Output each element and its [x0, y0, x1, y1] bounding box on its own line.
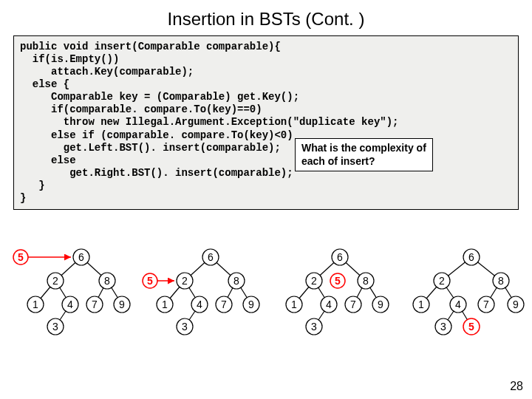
slide-title: Insertion in BSTs (Cont. )	[0, 0, 532, 30]
svg-text:7: 7	[483, 299, 489, 310]
svg-text:8: 8	[104, 275, 110, 287]
svg-text:8: 8	[363, 275, 369, 287]
svg-text:9: 9	[378, 299, 383, 310]
svg-text:3: 3	[440, 321, 446, 332]
svg-text:5: 5	[147, 275, 153, 287]
svg-text:1: 1	[291, 299, 297, 310]
svg-text:7: 7	[221, 299, 227, 310]
tree-diagrams: 6 2 8 1 4 7 9 3 5 6 2 8	[0, 236, 532, 377]
svg-text:1: 1	[33, 299, 38, 310]
svg-text:3: 3	[52, 321, 58, 332]
callout-line2: each of insert?	[301, 155, 375, 167]
svg-text:1: 1	[162, 299, 168, 310]
svg-text:8: 8	[233, 275, 239, 287]
svg-text:7: 7	[350, 299, 356, 310]
svg-text:4: 4	[455, 299, 461, 310]
tree-2: 6 2 8 1 4 7 9 3 5	[143, 249, 259, 335]
svg-text:3: 3	[182, 321, 188, 332]
svg-text:6: 6	[337, 251, 343, 263]
svg-text:4: 4	[197, 299, 202, 310]
svg-text:5: 5	[18, 251, 24, 263]
svg-text:7: 7	[92, 299, 98, 310]
svg-text:6: 6	[208, 251, 214, 263]
svg-text:5: 5	[335, 275, 341, 287]
complexity-callout: What is the complexity of each of insert…	[295, 138, 433, 171]
svg-text:3: 3	[311, 321, 317, 332]
tree-3: 6 2 8 1 4 7 9 3 5	[286, 249, 389, 335]
svg-text:2: 2	[182, 275, 188, 287]
tree-1: 6 2 8 1 4 7 9 3 5	[13, 249, 130, 335]
code-box: public void insert(Comparable comparable…	[13, 35, 519, 210]
svg-text:4: 4	[326, 299, 332, 310]
svg-text:2: 2	[311, 275, 317, 287]
svg-text:5: 5	[468, 321, 474, 332]
callout-line1: What is the complexity of	[301, 142, 426, 154]
code-block: public void insert(Comparable comparable…	[20, 41, 512, 205]
trees-svg: 6 2 8 1 4 7 9 3 5 6 2 8	[0, 236, 532, 377]
svg-text:1: 1	[418, 299, 424, 310]
svg-text:2: 2	[52, 275, 58, 287]
svg-text:6: 6	[78, 251, 84, 263]
svg-text:8: 8	[498, 275, 504, 287]
svg-text:6: 6	[468, 251, 474, 263]
page-number: 28	[510, 380, 523, 393]
tree-4: 6 2 8 1 4 7 9 3 5	[413, 249, 524, 335]
svg-text:4: 4	[67, 299, 73, 310]
svg-text:9: 9	[119, 299, 125, 310]
svg-text:9: 9	[248, 299, 254, 310]
svg-text:2: 2	[439, 275, 445, 287]
svg-text:9: 9	[513, 299, 519, 310]
